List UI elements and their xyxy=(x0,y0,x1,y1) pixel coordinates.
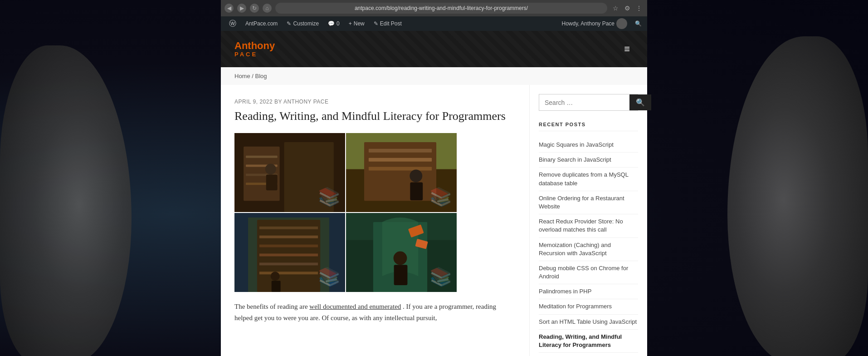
svg-rect-33 xyxy=(394,265,408,285)
site-name-label: AntPace.com xyxy=(245,20,278,27)
recent-post-link[interactable]: Mindfulness for Programmers xyxy=(539,353,638,356)
breadcrumb-current: Blog xyxy=(255,73,267,79)
address-bar: ◀ ▶ ↻ ⌂ ☆ ⚙ ⋮ xyxy=(221,0,647,16)
svg-point-27 xyxy=(271,272,280,281)
comments-count: 0 xyxy=(336,20,340,27)
hamburger-menu-button[interactable]: ≡ xyxy=(620,40,634,59)
wp-admin-bar: ⓦ AntPace.com ✎ Customize 💬 0 + New ✎ Ed… xyxy=(221,16,647,31)
comments-icon: 💬 xyxy=(328,20,335,27)
svg-rect-8 xyxy=(266,174,278,190)
comments-item[interactable]: 💬 0 xyxy=(324,16,343,31)
extensions-icon[interactable]: ⚙ xyxy=(623,4,632,13)
search-box: 🔍 xyxy=(539,94,638,111)
avatar xyxy=(616,18,627,29)
search-input[interactable] xyxy=(539,94,629,110)
article-date: APRIL 9, 2022 xyxy=(234,99,273,105)
svg-rect-24 xyxy=(259,253,318,256)
recent-post-link[interactable]: Memoization (Caching) and Recursion with… xyxy=(539,238,638,261)
recent-post-link[interactable]: Palindromes in PHP xyxy=(539,284,638,299)
article-image-4 xyxy=(346,213,457,292)
recent-post-link[interactable]: Remove duplicates from a MySQL database … xyxy=(539,168,638,191)
customize-item[interactable]: ✎ Customize xyxy=(283,16,322,31)
article-meta: APRIL 9, 2022 BY ANTHONY PACE xyxy=(234,99,516,105)
svg-rect-23 xyxy=(259,244,318,247)
svg-rect-21 xyxy=(259,227,318,229)
main-content: APRIL 9, 2022 BY ANTHONY PACE Reading, W… xyxy=(221,85,647,356)
recent-posts-title: RECENT POSTS xyxy=(539,122,638,131)
svg-rect-28 xyxy=(272,281,281,292)
menu-dots-icon[interactable]: ⋮ xyxy=(634,4,644,13)
customize-label: Customize xyxy=(293,20,319,27)
breadcrumb-home[interactable]: Home xyxy=(234,73,250,79)
url-input[interactable] xyxy=(275,3,607,14)
howdy-label: Howdy, Anthony Pace xyxy=(561,20,614,27)
breadcrumb: Home / Blog xyxy=(221,67,647,85)
browser-window: ◀ ▶ ↻ ⌂ ☆ ⚙ ⋮ ⓦ AntPace.com ✎ Customize … xyxy=(221,0,647,356)
refresh-button[interactable]: ↻ xyxy=(250,4,259,13)
recent-post-link[interactable]: React Redux Provider Store: No overload … xyxy=(539,214,638,237)
svg-rect-15 xyxy=(369,167,432,170)
browser-toolbar-icons: ☆ ⚙ ⋮ xyxy=(611,4,644,13)
admin-search-button[interactable]: 🔍 xyxy=(634,19,643,28)
edit-icon: ✎ xyxy=(374,20,378,27)
article-column: APRIL 9, 2022 BY ANTHONY PACE Reading, W… xyxy=(221,85,529,356)
hamburger-icon: ≡ xyxy=(624,43,630,54)
recent-post-link[interactable]: Meditation for Programmers xyxy=(539,299,638,314)
svg-point-16 xyxy=(410,169,422,182)
recent-post-link[interactable]: Online Ordering for a Restaurant Website xyxy=(539,191,638,214)
article-by: BY xyxy=(274,99,283,105)
article-body-start: The benefits of reading are xyxy=(234,303,308,310)
search-icon: 🔍 xyxy=(636,99,645,106)
forward-button[interactable]: ▶ xyxy=(237,4,246,13)
article-image-1 xyxy=(234,133,345,212)
new-item[interactable]: + New xyxy=(345,16,368,31)
edit-post-item[interactable]: ✎ Edit Post xyxy=(370,16,405,31)
article-image-grid xyxy=(234,133,457,292)
svg-rect-25 xyxy=(259,262,318,265)
svg-rect-14 xyxy=(369,158,432,161)
logo-top: Anthony xyxy=(234,40,275,51)
recent-post-link[interactable]: Debug mobile CSS on Chrome for Android xyxy=(539,261,638,284)
wp-admin-right: Howdy, Anthony Pace 🔍 xyxy=(558,16,643,31)
article-image-3 xyxy=(234,213,345,292)
svg-rect-3 xyxy=(246,156,278,158)
recent-post-link[interactable]: Reading, Writing, and Mindful Literacy f… xyxy=(539,330,638,353)
wp-logo-item[interactable]: ⓦ xyxy=(225,16,240,31)
recent-post-link[interactable]: Magic Squares in JavaScript xyxy=(539,138,638,153)
edit-post-label: Edit Post xyxy=(380,20,402,27)
recent-posts-section: RECENT POSTS Magic Squares in JavaScript… xyxy=(539,122,638,356)
bookmark-icon[interactable]: ☆ xyxy=(611,4,620,13)
logo-bottom: PACE xyxy=(234,51,275,58)
svg-rect-13 xyxy=(369,149,432,153)
article-author[interactable]: ANTHONY PACE xyxy=(283,99,329,105)
home-button[interactable]: ⌂ xyxy=(263,4,272,13)
svg-point-7 xyxy=(265,163,276,174)
breadcrumb-separator: / xyxy=(252,73,255,79)
svg-rect-22 xyxy=(259,236,318,238)
svg-point-32 xyxy=(394,251,407,265)
logo[interactable]: Anthony PACE xyxy=(234,40,275,58)
site-header: Anthony PACE ≡ xyxy=(221,31,647,67)
svg-rect-26 xyxy=(259,272,318,274)
sidebar: 🔍 RECENT POSTS Magic Squares in JavaScri… xyxy=(529,85,647,356)
article-body-link[interactable]: well documented and enumerated xyxy=(309,303,401,310)
article-image-2 xyxy=(346,133,457,212)
recent-post-link[interactable]: Binary Search in JavaScript xyxy=(539,153,638,168)
wp-logo-icon: ⓦ xyxy=(229,19,236,29)
howdy-item[interactable]: Howdy, Anthony Pace xyxy=(558,16,631,31)
article-body: The benefits of reading are well documen… xyxy=(234,301,516,324)
svg-rect-17 xyxy=(410,182,423,200)
recent-posts-list: Magic Squares in JavaScriptBinary Search… xyxy=(539,138,638,356)
customize-icon: ✎ xyxy=(287,20,291,27)
search-button[interactable]: 🔍 xyxy=(629,94,651,110)
svg-rect-2 xyxy=(284,142,334,212)
new-label: New xyxy=(354,20,365,27)
site-name-item[interactable]: AntPace.com xyxy=(242,16,281,31)
article-title: Reading, Writing, and Mindful Literacy f… xyxy=(234,109,516,124)
recent-post-link[interactable]: Sort an HTML Table Using JavaScript xyxy=(539,315,638,330)
back-button[interactable]: ◀ xyxy=(224,4,234,13)
new-plus-icon: + xyxy=(349,20,352,27)
